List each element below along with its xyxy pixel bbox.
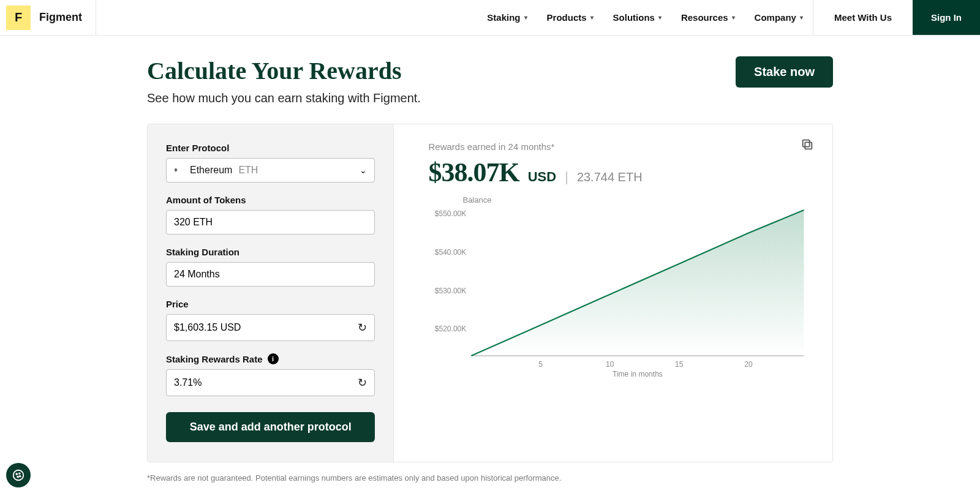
amount-label: Amount of Tokens [166, 195, 375, 205]
header: F Figment Staking ▾ Products ▾ Solutions… [0, 0, 980, 36]
svg-text:Time in months: Time in months [612, 370, 663, 378]
brand-name: Figment [39, 11, 82, 24]
save-add-protocol-button[interactable]: Save and add another protocol [166, 412, 375, 442]
price-label: Price [166, 299, 375, 309]
hero: Calculate Your Rewards See how much you … [147, 56, 833, 105]
nav-label: Solutions [613, 12, 655, 23]
nav-label: Products [547, 12, 587, 23]
svg-text:$540.00K: $540.00K [435, 248, 467, 257]
nav-company[interactable]: Company ▾ [745, 0, 813, 35]
chevron-down-icon: ▾ [590, 14, 594, 21]
rewards-usd-value: $38.07K [428, 157, 519, 188]
page-subtitle: See how much you can earn staking with F… [147, 91, 421, 105]
calculator-result: Rewards earned in 24 months* $38.07K USD… [394, 124, 832, 462]
duration-input[interactable] [174, 269, 367, 280]
refresh-icon[interactable]: ↻ [358, 321, 367, 334]
svg-text:$520.00K: $520.00K [435, 325, 467, 333]
svg-text:$530.00K: $530.00K [435, 287, 467, 295]
protocol-name: Ethereum [190, 165, 232, 176]
rewards-caption: Rewards earned in 24 months* [428, 141, 810, 152]
divider: | [565, 169, 568, 185]
amount-input-wrap [166, 210, 375, 235]
duration-input-wrap [166, 262, 375, 287]
rate-input-wrap: ↻ [166, 369, 375, 396]
svg-point-16 [20, 476, 21, 477]
rewards-currency: USD [528, 169, 556, 185]
svg-text:15: 15 [676, 360, 684, 369]
rate-label-text: Staking Rewards Rate [166, 354, 263, 364]
svg-text:20: 20 [745, 360, 753, 369]
svg-point-15 [17, 476, 18, 478]
disclaimer: *Rewards are not guaranteed. Potential e… [147, 473, 833, 483]
calculator-panel: Enter Protocol ♦ Ethereum ETH ⌄ Amount o… [147, 124, 833, 462]
logo-icon: F [6, 6, 31, 30]
ethereum-icon: ♦ [174, 165, 184, 175]
chart-title: Balance [462, 195, 491, 205]
info-icon[interactable]: i [268, 353, 279, 364]
svg-point-12 [13, 470, 24, 481]
amount-input[interactable] [174, 217, 367, 228]
cookie-settings-button[interactable] [6, 463, 31, 487]
nav-label: Resources [681, 12, 728, 23]
page-title: Calculate Your Rewards [147, 56, 421, 85]
meet-with-us-link[interactable]: Meet With Us [813, 0, 913, 35]
svg-point-14 [19, 473, 20, 474]
nav-resources[interactable]: Resources ▾ [671, 0, 745, 35]
svg-point-13 [16, 473, 17, 475]
price-input[interactable] [174, 322, 352, 333]
primary-nav: Staking ▾ Products ▾ Solutions ▾ Resourc… [477, 0, 980, 35]
rate-label: Staking Rewards Rate i [166, 353, 375, 364]
price-input-wrap: ↻ [166, 314, 375, 341]
brand[interactable]: F Figment [0, 0, 96, 35]
chevron-down-icon: ▾ [732, 14, 735, 21]
svg-text:5: 5 [539, 360, 543, 369]
rate-input[interactable] [174, 377, 352, 388]
nav-label: Company [755, 12, 796, 23]
nav-staking[interactable]: Staking ▾ [477, 0, 537, 35]
svg-text:10: 10 [606, 360, 614, 369]
duration-label: Staking Duration [166, 247, 375, 257]
chevron-down-icon: ▾ [800, 14, 803, 21]
balance-chart: Balance $550.00K$540.00K$530.00K$520.00K… [428, 198, 810, 381]
refresh-icon[interactable]: ↻ [358, 376, 367, 389]
nav-solutions[interactable]: Solutions ▾ [603, 0, 671, 35]
rewards-token-value: 23.744 ETH [577, 170, 643, 184]
sign-in-button[interactable]: Sign In [913, 0, 980, 35]
chevron-down-icon: ▾ [658, 14, 662, 21]
nav-products[interactable]: Products ▾ [537, 0, 603, 35]
svg-rect-0 [805, 142, 812, 149]
protocol-select[interactable]: ♦ Ethereum ETH ⌄ [166, 158, 375, 182]
protocol-ticker: ETH [238, 165, 258, 176]
nav-label: Staking [487, 12, 520, 23]
svg-text:$550.00K: $550.00K [435, 209, 467, 218]
chevron-down-icon: ⌄ [360, 165, 367, 175]
copy-icon[interactable] [801, 138, 814, 154]
stake-now-button[interactable]: Stake now [736, 56, 833, 88]
protocol-label: Enter Protocol [166, 143, 375, 153]
chevron-down-icon: ▾ [524, 14, 527, 21]
calculator-form: Enter Protocol ♦ Ethereum ETH ⌄ Amount o… [148, 124, 394, 462]
svg-rect-1 [803, 140, 810, 147]
